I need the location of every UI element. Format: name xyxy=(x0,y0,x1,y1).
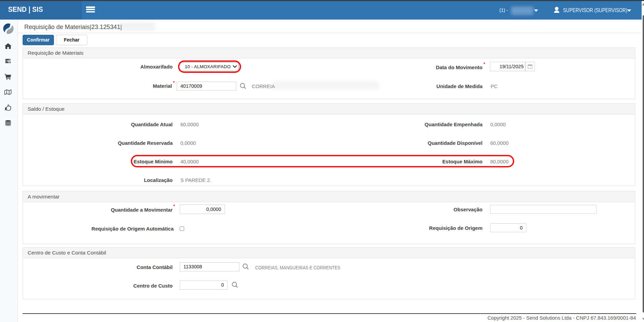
svg-text:7: 7 xyxy=(529,66,531,68)
